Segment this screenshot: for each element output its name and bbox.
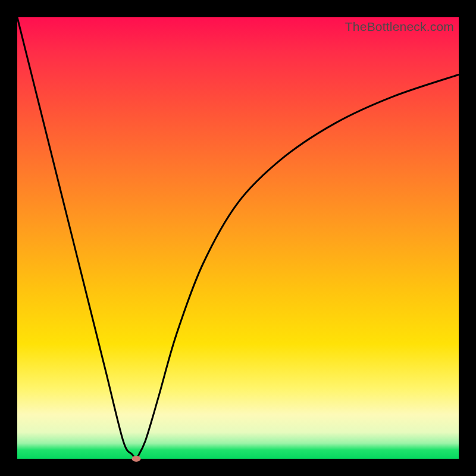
watermark-text: TheBottleneck.com	[345, 20, 454, 34]
plot-area: TheBottleneck.com	[17, 17, 459, 459]
min-point-marker	[132, 456, 141, 462]
chart-frame: TheBottleneck.com	[0, 0, 476, 476]
curve-path	[17, 17, 459, 459]
bottleneck-curve	[17, 17, 459, 459]
